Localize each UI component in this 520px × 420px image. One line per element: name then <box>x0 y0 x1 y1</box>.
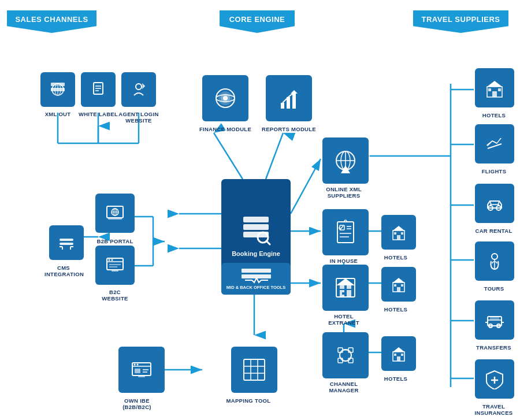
svg-rect-122 <box>401 284 403 287</box>
svg-point-56 <box>109 259 110 261</box>
svg-marker-135 <box>393 347 404 352</box>
car-rental-supplier-label: CAR RENTAL <box>472 228 515 234</box>
svg-rect-109 <box>394 232 396 235</box>
channel-manager-box[interactable] <box>322 332 369 378</box>
flights-supplier-box[interactable] <box>475 124 514 163</box>
svg-rect-133 <box>394 354 396 356</box>
hotels-supplier-label: HOTELS <box>474 112 514 118</box>
svg-rect-61 <box>60 239 73 241</box>
svg-rect-71 <box>135 369 140 373</box>
svg-point-144 <box>492 254 497 259</box>
tours-supplier-box[interactable] <box>475 241 514 281</box>
svg-rect-53 <box>108 218 122 220</box>
mid-back-office-box[interactable]: MID & BACK OFFICE TOOLS <box>221 263 291 295</box>
finance-module-box[interactable] <box>202 75 248 121</box>
svg-marker-140 <box>487 81 502 87</box>
svg-rect-148 <box>490 317 499 320</box>
travel-insurances-supplier-box[interactable] <box>475 359 514 399</box>
svg-line-19 <box>291 159 321 214</box>
xml-out-label: XML OUT <box>36 111 80 117</box>
hotels-middle-2-box[interactable] <box>381 267 416 302</box>
svg-rect-139 <box>498 88 501 91</box>
svg-rect-108 <box>397 235 400 240</box>
svg-point-124 <box>340 350 351 361</box>
svg-point-57 <box>112 259 113 261</box>
svg-rect-138 <box>488 88 491 91</box>
hotels-middle-2-label: HOTELS <box>377 306 415 313</box>
white-label-box[interactable] <box>81 72 116 107</box>
svg-point-70 <box>137 364 139 366</box>
cms-integration-box[interactable] <box>49 225 84 260</box>
flights-supplier-label: FLIGHTS <box>474 168 514 174</box>
svg-rect-82 <box>292 92 296 109</box>
diagram-container: SALES CHANNELS CORE ENGINE TRAVEL SUPPLI… <box>0 0 520 420</box>
own-ibe-label: OWN IBE(B2B/B2C) <box>114 397 160 411</box>
svg-rect-121 <box>394 284 396 287</box>
channel-manager-label: CHANNELMANAGER <box>318 381 370 394</box>
svg-rect-120 <box>397 287 400 292</box>
reports-module-label: REPORTS MODULE <box>260 126 318 132</box>
own-ibe-box[interactable] <box>118 347 165 393</box>
hotels-middle-1-label: HOTELS <box>377 254 415 261</box>
svg-rect-85 <box>243 224 269 230</box>
b2b-portal-label: B2B PORTAL <box>95 238 135 244</box>
svg-marker-111 <box>393 226 404 231</box>
travel-suppliers-banner: TRAVEL SUPPLIERS <box>413 10 508 33</box>
xml-out-box[interactable]: XML <box>40 72 75 107</box>
svg-rect-132 <box>397 356 400 361</box>
svg-marker-123 <box>393 278 404 283</box>
svg-marker-83 <box>291 90 298 94</box>
b2c-website-label: B2C WEBSITE <box>95 289 135 302</box>
finance-module-label: FINANCE MODULE <box>196 126 254 132</box>
tours-supplier-label: TOURS <box>476 285 512 292</box>
white-label-label: WHITE LABEL <box>76 111 120 117</box>
svg-point-78 <box>223 96 228 101</box>
agent-login-label: AGENT LOGINWEBSITE <box>117 111 161 124</box>
in-house-contracts-box[interactable] <box>322 209 369 255</box>
svg-line-17 <box>266 133 283 179</box>
svg-rect-134 <box>401 354 403 356</box>
hotels-middle-3-box[interactable] <box>381 336 416 371</box>
travel-insurances-label: TRAVELINSURANCES <box>472 403 515 417</box>
cms-integration-label: CMSINTEGRATION <box>44 265 83 278</box>
svg-rect-80 <box>281 103 284 109</box>
mapping-tool-label: MAPPING TOOL <box>225 397 272 404</box>
svg-rect-114 <box>347 290 351 297</box>
hotels-middle-3-label: HOTELS <box>377 376 415 382</box>
online-xml-label: ONLINE XMLSUPPLIERS <box>318 186 370 199</box>
transfers-supplier-box[interactable] <box>475 300 514 340</box>
svg-rect-60 <box>112 270 118 272</box>
svg-marker-117 <box>336 278 355 285</box>
svg-rect-118 <box>342 292 344 295</box>
car-rental-supplier-box[interactable] <box>475 184 514 223</box>
hotel-extranet-label: HOTELEXTRANET <box>318 313 370 326</box>
svg-rect-62 <box>60 243 73 245</box>
svg-rect-89 <box>242 269 271 273</box>
svg-rect-137 <box>492 91 497 97</box>
svg-rect-74 <box>138 376 145 377</box>
b2c-website-box[interactable] <box>95 246 135 285</box>
agent-login-box[interactable] <box>121 72 156 107</box>
mapping-tool-box[interactable] <box>231 347 277 393</box>
core-engine-banner: CORE ENGINE <box>220 10 295 33</box>
b2b-portal-box[interactable] <box>95 194 135 233</box>
svg-rect-110 <box>401 232 403 235</box>
transfers-supplier-label: TRANSFERS <box>472 344 515 351</box>
hotels-supplier-box[interactable] <box>475 68 514 107</box>
online-xml-box[interactable] <box>322 137 369 184</box>
svg-point-46 <box>136 84 142 90</box>
svg-rect-91 <box>244 359 265 380</box>
svg-point-69 <box>134 364 136 366</box>
svg-rect-84 <box>243 217 269 222</box>
hotels-middle-1-box[interactable] <box>381 215 416 250</box>
svg-line-16 <box>214 133 243 179</box>
sales-channels-banner: SALES CHANNELS <box>7 10 96 33</box>
svg-line-88 <box>266 241 270 244</box>
hotel-extranet-box[interactable] <box>322 265 369 311</box>
reports-module-box[interactable] <box>266 75 312 121</box>
